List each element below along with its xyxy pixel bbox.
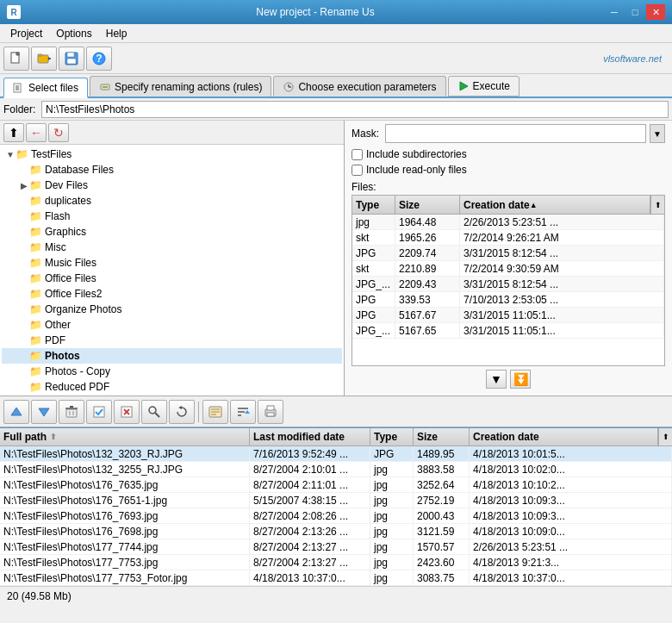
tree-item[interactable]: 📁Office Files2: [2, 286, 342, 302]
file-row[interactable]: JPG_... 2209.43 3/31/2015 8:12:54 ...: [352, 277, 664, 292]
tree-item[interactable]: 📁Office Files: [2, 271, 342, 286]
tree-up-button[interactable]: ⬆: [3, 123, 24, 142]
fc-type: skt: [352, 261, 395, 276]
col-type[interactable]: Type: [352, 196, 395, 214]
help-button[interactable]: ?: [86, 47, 112, 71]
mask-dropdown-button[interactable]: ▼: [650, 124, 665, 143]
tab-execute[interactable]: Execute: [448, 76, 520, 97]
svg-point-33: [149, 407, 156, 414]
delete-button[interactable]: [59, 400, 84, 424]
tree-item[interactable]: 📁Other: [2, 317, 342, 333]
search-button[interactable]: [141, 400, 167, 424]
tree-item[interactable]: 📁Photos - Copy: [2, 364, 342, 379]
tab-renaming-actions[interactable]: Specify renaming actions (rules): [90, 76, 271, 97]
flh-type[interactable]: Type: [370, 428, 414, 445]
fl-row[interactable]: N:\TestFiles\Photos\176_7651-1.jpg 5/15/…: [0, 493, 672, 508]
fl-row[interactable]: N:\TestFiles\Photos\177_7744.jpg 8/27/20…: [0, 539, 672, 555]
fl-row[interactable]: N:\TestFiles\Photos\132_3203_RJ.JPG 7/16…: [0, 446, 672, 462]
tree-item[interactable]: 📁Database Files: [2, 162, 342, 178]
tree-panel: ⬆ ← ↻ ▼📁TestFiles📁Database Files▶📁Dev Fi…: [0, 121, 345, 396]
deselect-button[interactable]: [114, 400, 140, 424]
new-button[interactable]: [3, 47, 29, 71]
fl-row[interactable]: N:\TestFiles\Photos\177_7753.jpg 8/27/20…: [0, 555, 672, 570]
tree-item[interactable]: 📁Organize Photos: [2, 302, 342, 317]
tree-toolbar: ⬆ ← ↻: [0, 121, 344, 145]
tree-item-label: Flash: [45, 210, 70, 222]
menu-options[interactable]: Options: [49, 24, 98, 42]
tree-item[interactable]: 📁PDF: [2, 333, 342, 348]
files-down-more-button[interactable]: ⏬: [510, 370, 531, 389]
tab-select-files[interactable]: Select files: [3, 78, 88, 98]
menu-project[interactable]: Project: [3, 24, 49, 42]
maximize-button[interactable]: □: [625, 4, 644, 20]
svg-rect-29: [94, 407, 104, 417]
flh-size[interactable]: Size: [414, 428, 470, 445]
readonly-row: Include read-only files: [345, 162, 672, 178]
tree-item[interactable]: 📁Flash: [2, 209, 342, 224]
print-button[interactable]: [258, 400, 283, 424]
rename-preview-button[interactable]: [202, 400, 228, 424]
fl-row[interactable]: N:\TestFiles\Photos\132_3255_RJ.JPG 8/27…: [0, 462, 672, 477]
folder-input[interactable]: [41, 101, 669, 118]
close-button[interactable]: ✕: [646, 4, 665, 20]
tree-item[interactable]: 📁Music Files: [2, 255, 342, 271]
file-list-body: N:\TestFiles\Photos\132_3203_RJ.JPG 7/16…: [0, 446, 672, 586]
tab-strip: Select files Specify renaming actions (r…: [0, 74, 672, 98]
flh-sort[interactable]: ⬆: [658, 428, 672, 445]
readonly-checkbox[interactable]: [352, 165, 363, 176]
tree-item[interactable]: 📁Misc: [2, 240, 342, 255]
file-row[interactable]: JPG 5167.67 3/31/2015 11:05:1...: [352, 308, 664, 323]
menu-help[interactable]: Help: [99, 24, 134, 42]
flh-created[interactable]: Creation date: [470, 428, 658, 445]
minimize-button[interactable]: ─: [605, 4, 624, 20]
tree-back-button[interactable]: ←: [26, 123, 47, 142]
tree-item[interactable]: 📁duplicates: [2, 193, 342, 209]
tree-refresh-button[interactable]: ↻: [48, 123, 69, 142]
file-row[interactable]: JPG_... 5167.65 3/31/2015 11:05:1...: [352, 323, 664, 339]
flh-modified[interactable]: Last modified date: [250, 428, 370, 445]
col-size[interactable]: Size: [395, 196, 460, 214]
col-date[interactable]: Creation date ▲: [460, 196, 650, 214]
tree-item-label: Music Files: [45, 257, 96, 269]
move-up-button[interactable]: [3, 400, 29, 424]
folder-icon: 📁: [29, 195, 42, 207]
tab-execution-params[interactable]: Choose execution parameters: [273, 76, 445, 97]
tree-item[interactable]: ▶📁Dev Files: [2, 178, 342, 193]
tree-item[interactable]: 📁Reduced PDF: [2, 379, 342, 395]
file-row[interactable]: jpg 1964.48 2/26/2013 5:23:51 ...: [352, 215, 664, 230]
svg-rect-9: [67, 59, 76, 64]
fl-row[interactable]: N:\TestFiles\Photos\176_7635.jpg 8/27/20…: [0, 477, 672, 493]
tree-item[interactable]: 📁Photos: [2, 348, 342, 364]
subdirectories-label[interactable]: Include subdirectories: [366, 148, 467, 160]
open-button[interactable]: [31, 47, 57, 71]
fl-size: 3883.58: [414, 462, 470, 477]
move-down-button[interactable]: [31, 400, 57, 424]
fl-row[interactable]: N:\TestFiles\Photos\177_7753_Fotor.jpg 4…: [0, 570, 672, 586]
file-row[interactable]: skt 2210.89 7/2/2014 9:30:59 AM: [352, 261, 664, 277]
fl-row[interactable]: N:\TestFiles\Photos\176_7693.jpg 8/27/20…: [0, 508, 672, 524]
tree-item[interactable]: 📁Graphics: [2, 224, 342, 240]
save-button[interactable]: [59, 47, 84, 71]
readonly-label[interactable]: Include read-only files: [366, 164, 467, 176]
svg-marker-43: [245, 410, 250, 414]
logo-text: vlsoftware.net: [603, 53, 669, 64]
fc-type: JPG: [352, 246, 395, 260]
tree-item[interactable]: ▼📁TestFiles: [2, 146, 342, 162]
fl-created: 2/26/2013 5:23:51 ...: [470, 539, 672, 554]
fl-modified: 5/15/2007 4:38:15 ...: [250, 493, 370, 508]
col-sort-icon[interactable]: ⬆: [650, 196, 664, 214]
flh-path[interactable]: Full path ⬆: [0, 428, 250, 445]
fl-type: jpg: [370, 570, 414, 585]
file-row[interactable]: JPG 2209.74 3/31/2015 8:12:54 ...: [352, 246, 664, 261]
select-all-button[interactable]: [86, 400, 112, 424]
file-row[interactable]: skt 1965.26 7/2/2014 9:26:21 AM: [352, 230, 664, 246]
subdirectories-checkbox[interactable]: [352, 149, 363, 160]
file-row[interactable]: JPG 339.53 7/10/2013 2:53:05 ...: [352, 292, 664, 308]
mask-input[interactable]: [385, 124, 646, 143]
files-down-button[interactable]: ▼: [486, 370, 507, 389]
sort-button[interactable]: [230, 400, 256, 424]
refresh-list-button[interactable]: [169, 400, 195, 424]
fl-row[interactable]: N:\TestFiles\Photos\176_7698.jpg 8/27/20…: [0, 524, 672, 539]
fl-modified: 8/27/2004 2:08:26 ...: [250, 508, 370, 523]
fl-modified: 8/27/2004 2:11:01 ...: [250, 477, 370, 492]
